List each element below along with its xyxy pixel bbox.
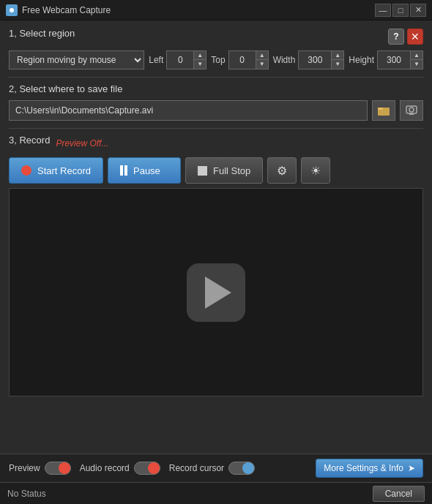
start-record-button[interactable]: Start Record [9, 157, 103, 184]
window-controls: — □ ✕ [375, 4, 426, 17]
full-stop-button[interactable]: Full Stop [185, 157, 263, 184]
preview-area [9, 188, 423, 396]
section3-label: 3, Record [9, 135, 50, 146]
more-settings-label: More Settings & Info [324, 463, 403, 473]
settings-button[interactable]: ⚙ [267, 157, 297, 184]
section1-header-right: ? ✕ [388, 29, 423, 45]
height-spinbox-group: Height ▲ ▼ [349, 50, 423, 69]
record-header: 3, Record Preview Off... [9, 135, 423, 151]
cursor-toggle[interactable] [228, 462, 255, 475]
svg-rect-6 [409, 113, 414, 115]
webcam-settings-button[interactable] [400, 100, 423, 121]
left-spinbox: ▲ ▼ [166, 50, 206, 69]
left-label: Left [149, 55, 163, 65]
height-arrows: ▲ ▼ [410, 51, 422, 69]
height-up-arrow[interactable]: ▲ [411, 51, 422, 60]
height-spinbox: ▲ ▼ [377, 50, 423, 69]
title-bar: Free Webcam Capture — □ ✕ [0, 0, 432, 20]
width-down-arrow[interactable]: ▼ [332, 60, 343, 69]
preview-toggle-group: Preview [9, 462, 71, 475]
stop-icon [198, 166, 207, 176]
section1-header: 1, Select region ? ✕ [9, 28, 423, 45]
status-bar: No Status Cancel [0, 482, 432, 504]
region-select[interactable]: Region moving by mouse Full Screen Fixed… [9, 50, 144, 69]
top-up-arrow[interactable]: ▲ [256, 51, 268, 60]
left-up-arrow[interactable]: ▲ [194, 51, 206, 60]
main-content: 1, Select region ? ✕ Region moving by mo… [0, 20, 432, 408]
maximize-button[interactable]: □ [392, 4, 409, 17]
height-label: Height [349, 55, 374, 65]
cursor-toggle-label: Record cursor [169, 463, 224, 473]
help-button[interactable]: ? [388, 29, 404, 45]
top-arrows: ▲ ▼ [256, 51, 268, 69]
play-button-circle[interactable] [187, 263, 245, 322]
svg-rect-3 [378, 108, 383, 110]
pause-label: Pause [133, 165, 160, 176]
send-icon: ➤ [408, 463, 415, 473]
cancel-button[interactable]: Cancel [373, 486, 425, 502]
preview-toggle-label: Preview [9, 463, 40, 473]
play-triangle-icon [205, 277, 231, 309]
record-dot-icon [21, 165, 31, 176]
status-text: No Status [7, 489, 46, 499]
preview-toggle-knob [59, 462, 70, 474]
cursor-toggle-group: Record cursor [169, 462, 255, 475]
settings-icon: ⚙ [277, 164, 287, 178]
browse-folder-button[interactable] [372, 100, 395, 121]
width-spinbox-group: Width ▲ ▼ [273, 50, 345, 69]
left-down-arrow[interactable]: ▼ [194, 60, 206, 69]
top-down-arrow[interactable]: ▼ [256, 60, 268, 69]
top-spinbox: ▲ ▼ [228, 50, 269, 69]
left-input[interactable] [167, 51, 193, 69]
full-stop-label: Full Stop [213, 165, 250, 176]
audio-toggle[interactable] [134, 462, 160, 475]
svg-point-5 [409, 108, 414, 112]
section1-label: 1, Select region [9, 28, 75, 39]
top-input[interactable] [229, 51, 256, 69]
audio-toggle-group: Audio record [80, 462, 160, 475]
height-input[interactable] [378, 51, 410, 69]
brightness-button[interactable]: ☀ [301, 157, 330, 184]
height-down-arrow[interactable]: ▼ [411, 60, 422, 69]
section2-label: 2, Select where to save file [9, 83, 423, 94]
folder-icon [378, 105, 390, 116]
width-label: Width [273, 55, 296, 65]
minimize-button[interactable]: — [375, 4, 391, 17]
pause-icon [120, 165, 127, 176]
file-path-input[interactable] [9, 100, 368, 121]
width-spinbox: ▲ ▼ [298, 50, 344, 69]
audio-toggle-label: Audio record [80, 463, 130, 473]
window-title: Free Webcam Capture [22, 5, 370, 15]
start-record-label: Start Record [37, 165, 91, 176]
left-spinbox-group: Left ▲ ▼ [149, 50, 206, 69]
more-settings-button[interactable]: More Settings & Info ➤ [316, 459, 423, 478]
audio-toggle-knob [148, 462, 160, 474]
width-arrows: ▲ ▼ [331, 51, 343, 69]
divider2 [9, 128, 423, 129]
pause-button[interactable]: Pause [108, 157, 181, 184]
file-path-row [9, 100, 423, 121]
bottom-controls: Preview Audio record Record cursor More … [0, 454, 432, 482]
width-input[interactable] [299, 51, 331, 69]
record-btns-row: Start Record Pause Full Stop ⚙ ☀ [9, 157, 423, 184]
app-icon [6, 4, 18, 16]
width-up-arrow[interactable]: ▲ [332, 51, 343, 60]
cursor-toggle-knob [242, 462, 254, 474]
brightness-icon: ☀ [310, 164, 321, 178]
divider1 [9, 77, 423, 78]
section1-close-button[interactable]: ✕ [407, 29, 423, 45]
svg-point-1 [10, 8, 14, 12]
top-label: Top [211, 55, 225, 65]
preview-toggle[interactable] [45, 462, 71, 475]
left-arrows: ▲ ▼ [193, 51, 206, 69]
preview-status: Preview Off... [56, 138, 108, 148]
region-row: Region moving by mouse Full Screen Fixed… [9, 50, 423, 69]
camera-settings-icon [406, 105, 417, 116]
window-close-button[interactable]: ✕ [410, 4, 426, 17]
pause-bar-left [120, 165, 123, 176]
pause-bar-right [124, 165, 127, 176]
top-spinbox-group: Top ▲ ▼ [211, 50, 268, 69]
